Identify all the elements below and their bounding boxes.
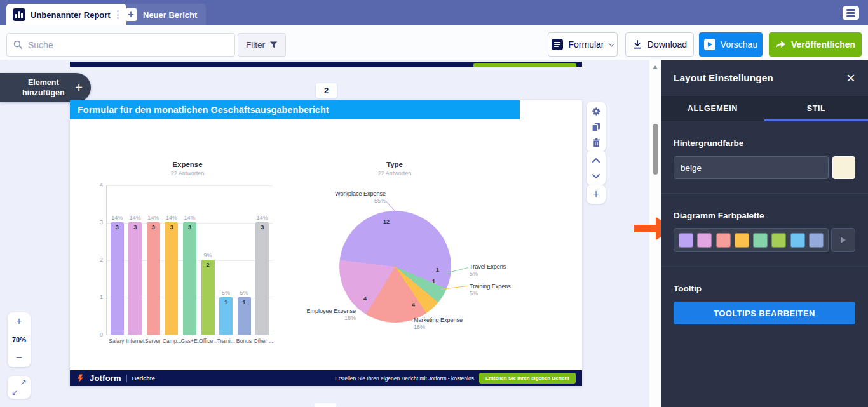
background-color-input[interactable] — [674, 156, 829, 179]
report-icon — [13, 8, 25, 21]
bar[interactable]: 14%3 — [109, 185, 125, 335]
pie-chart-title: Type — [324, 161, 465, 168]
edit-tooltips-button[interactable]: TOOLTIPS BEARBEITEN — [674, 302, 855, 324]
x-category-label: Gas+E... — [180, 338, 198, 344]
section-divider — [661, 266, 868, 267]
report-page[interactable]: Formular für den monatlichen Geschäftsau… — [70, 100, 582, 386]
pie-slice-percent: 5% — [470, 270, 515, 277]
bar[interactable]: 14%3 — [255, 185, 270, 335]
new-report-label: Neuer Bericht — [143, 10, 197, 20]
insert-toolbar: + — [587, 185, 606, 204]
jotform-logo-icon — [76, 374, 85, 383]
duplicate-icon[interactable] — [591, 122, 601, 132]
palette-color-swatch[interactable] — [790, 233, 805, 248]
play-icon — [704, 39, 715, 50]
scroll-up-icon[interactable] — [653, 65, 658, 69]
bar-chart-x-axis: SalaryInternetServerCamp...Gas+E...Offic… — [106, 338, 273, 344]
arrow-ne-icon: ↗ — [20, 378, 27, 387]
pie-value-label: 4 — [363, 295, 367, 302]
tab-allgemein[interactable]: ALLGEMEIN — [661, 96, 764, 121]
bar[interactable]: 5%1 — [236, 185, 252, 335]
bar[interactable]: 14%3 — [146, 185, 161, 335]
report-page-title: Formular für den monatlichen Geschäftsau… — [70, 100, 520, 119]
y-tick-label: 4 — [93, 182, 103, 188]
bar[interactable]: 14%3 — [164, 185, 179, 335]
next-page-badge-edge — [315, 403, 336, 407]
bar-chart-title: Expense — [98, 161, 276, 168]
zoom-out-button[interactable]: − — [8, 349, 31, 367]
add-element-button[interactable]: Element hinzufügen + — [0, 73, 91, 102]
bar-rect[interactable]: 2 — [201, 260, 215, 335]
scrollbar-thumb[interactable] — [653, 124, 658, 175]
bar-value-label: 3 — [116, 224, 119, 335]
panel-header: Layout Einstellungen × — [661, 60, 868, 96]
palette-color-swatch[interactable] — [679, 233, 693, 248]
palette-color-swatch[interactable] — [771, 233, 786, 248]
bar-rect[interactable]: 3 — [147, 222, 160, 335]
palette-next-button[interactable] — [831, 228, 855, 252]
bar-percent-label: 14% — [166, 215, 177, 221]
bar[interactable]: 9%2 — [200, 185, 215, 335]
filter-label: Filter — [246, 40, 265, 50]
tab-current-report[interactable]: Unbenannter Report — [6, 4, 126, 25]
palette-color-swatch[interactable] — [716, 233, 731, 248]
zoom-controls: + 70% − — [8, 312, 31, 367]
tab-stil[interactable]: STIL — [764, 96, 868, 121]
pie-slice-percent: 18% — [414, 324, 484, 331]
previous-page-edge — [70, 62, 582, 67]
x-category-label: Office... — [199, 338, 216, 344]
x-category-label: Internet — [126, 338, 143, 344]
chevron-down-icon — [608, 40, 614, 46]
bar[interactable]: 14%3 — [182, 185, 197, 335]
move-down-icon[interactable] — [591, 171, 601, 181]
bar-rect[interactable]: 3 — [111, 222, 124, 335]
palette-color-swatch[interactable] — [735, 233, 749, 248]
bar-rect[interactable]: 1 — [219, 297, 233, 335]
bar-percent-label: 5% — [222, 290, 230, 296]
bar-rect[interactable]: 3 — [183, 222, 196, 335]
bar[interactable]: 14%3 — [128, 185, 143, 335]
bar[interactable]: 5%1 — [219, 185, 234, 335]
filter-button[interactable]: Filter — [238, 33, 286, 57]
footer-divider — [126, 375, 127, 382]
bar-rect[interactable]: 3 — [165, 222, 178, 335]
footer-brand: Jotform — [90, 373, 121, 383]
palette-color-swatch[interactable] — [809, 233, 824, 248]
pie-slice-label: Workplace Expense — [315, 190, 386, 197]
move-up-icon[interactable] — [591, 155, 601, 165]
preview-label: Vorschau — [721, 39, 757, 50]
previous-page-cta-edge — [473, 63, 576, 67]
footer-cta-button[interactable]: Erstellen Sie Ihren eigenen Bericht — [479, 373, 576, 384]
arrow-sw-icon: ↙ — [11, 388, 18, 397]
gear-icon[interactable] — [591, 106, 601, 116]
trash-icon[interactable] — [591, 138, 601, 148]
bar-percent-label: 14% — [111, 215, 123, 221]
pie-value-label: 1 — [432, 278, 435, 284]
add-page-icon[interactable]: + — [591, 189, 601, 199]
fullscreen-button[interactable]: ↗ ↙ — [8, 376, 31, 399]
preview-button[interactable]: Vorschau — [699, 32, 763, 57]
hamburger-menu-icon[interactable] — [843, 6, 859, 20]
download-button[interactable]: Download — [625, 32, 694, 57]
close-icon[interactable]: × — [846, 70, 855, 86]
background-color-swatch[interactable] — [832, 156, 855, 179]
bar-rect[interactable]: 3 — [255, 222, 269, 335]
pie-slice-callout: Employee Expense18% — [288, 308, 356, 323]
panel-tabs: ALLGEMEIN STIL — [661, 96, 868, 121]
tab-new-report[interactable]: + Neuer Bericht — [116, 4, 206, 25]
publish-button[interactable]: Veröffentlichen — [769, 32, 862, 57]
form-source-button[interactable]: Formular — [548, 32, 618, 57]
toolbar: Filter Formular Download Vorschau Veröff… — [0, 25, 868, 60]
pie-chart — [339, 211, 451, 323]
palette-color-swatch[interactable] — [697, 233, 712, 248]
zoom-in-button[interactable]: + — [8, 312, 31, 330]
search-input[interactable] — [28, 40, 228, 50]
tooltip-label: Tooltip — [674, 284, 855, 293]
bar-percent-label: 9% — [203, 252, 212, 258]
bar-rect[interactable]: 1 — [238, 297, 251, 335]
bar-value-label: 3 — [152, 224, 155, 335]
x-category-label: Server — [144, 338, 161, 344]
report-tab-label: Unbenannter Report — [31, 10, 111, 20]
bar-rect[interactable]: 3 — [128, 222, 142, 335]
palette-color-swatch[interactable] — [753, 233, 768, 248]
